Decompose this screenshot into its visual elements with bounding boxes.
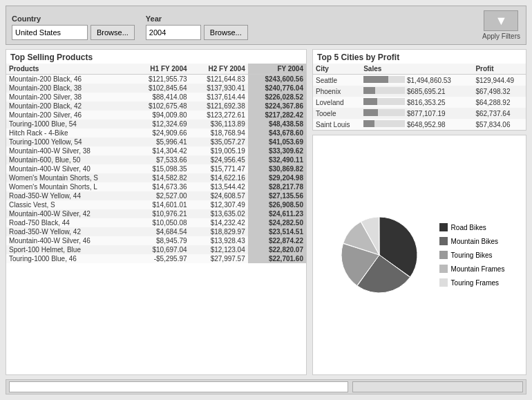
city-sales: $685,695.21 [361,86,473,97]
list-item: Seattle $1,494,860.53 $129,944.49 [313,75,526,86]
pie-legend: Road Bikes Mountain Bikes Touring Bikes … [439,223,505,287]
pie-chart-wrapper: Road Bikes Mountain Bikes Touring Bikes … [334,210,505,300]
h2-value: $12,307.49 [190,200,248,209]
table-row: Touring-1000 Yellow, 54 $5,996.41 $35,05… [6,137,306,146]
table-row: Mountain-200 Black, 38 $102,845.64 $137,… [6,84,306,93]
h1-value: $14,582.82 [131,173,189,182]
sales-bar-container [363,109,405,116]
content-area: Top Selling Products Products H1 FY 2004… [6,49,526,375]
product-name: Mountain-400-W Silver, 46 [6,236,131,245]
h1-value: $10,697.04 [131,245,189,254]
fy2004-value: $240,776.04 [248,84,306,93]
legend-item-2: Touring Bikes [439,251,505,259]
legend-color-2 [439,251,448,259]
legend-label-2: Touring Bikes [451,251,493,259]
table-row: Sport-100 Helmet, Blue $10,697.04 $12,12… [6,245,306,254]
legend-color-0 [439,223,448,231]
h2-value: $27,997.57 [190,254,248,263]
product-name: Classic Vest, S [6,200,131,209]
product-name: Road-350-W Yellow, 42 [6,227,131,236]
product-name: Mountain-400-W Silver, 38 [6,146,131,155]
country-input[interactable] [12,25,88,40]
fy2004-value: $48,438.58 [248,120,306,128]
city-name: Saint Louis [313,119,361,130]
filter-bar: Country Browse... Year Browse... ▼ Apply… [6,6,526,45]
cities-panel: Top 5 Cities by Profit City Sales Profit… [312,49,526,131]
legend-label-3: Mountain Frames [451,265,505,273]
product-name: Women's Mountain Shorts, L [6,182,131,191]
legend-item-1: Mountain Bikes [439,237,505,245]
table-row: Road-350-W Yellow, 42 $4,684.54 $18,829.… [6,227,306,236]
legend-label-4: Touring Frames [451,279,499,287]
h1-value: -$5,295.97 [131,254,189,263]
product-name: Road-750 Black, 44 [6,218,131,227]
table-row: Mountain-200 Black, 42 $102,675.48 $121,… [6,102,306,111]
h2-value: $123,272.61 [190,111,248,120]
legend-color-4 [439,278,448,287]
legend-color-3 [439,265,448,273]
city-profit: $129,944.49 [473,75,526,86]
legend-item-3: Mountain Frames [439,265,505,273]
country-label: Country [12,15,135,23]
h2-value: $13,928.43 [190,236,248,245]
legend-label-0: Road Bikes [451,224,486,231]
fy2004-value: $243,600.56 [248,75,306,84]
year-browse-button[interactable]: Browse... [204,25,248,40]
table-row: Classic Vest, S $14,601.01 $12,307.49 $2… [6,200,306,209]
country-browse-button[interactable]: Browse... [91,25,135,40]
h2-value: $137,930.41 [190,84,248,93]
apply-filters-button[interactable]: ▼ Apply Filters [482,10,520,40]
product-name: Mountain-600, Blue, 50 [6,155,131,164]
fy2004-value: $43,678.60 [248,128,306,137]
fy2004-value: $28,217.78 [248,182,306,191]
sales-bar-container [363,98,405,105]
h1-value: $4,684.54 [131,227,189,236]
h1-value: $14,673.36 [131,182,189,191]
h1-value: $10,050.08 [131,218,189,227]
sales-bar [363,87,375,94]
year-input[interactable] [146,25,201,40]
fy2004-value: $22,820.07 [248,245,306,254]
legend-item-0: Road Bikes [439,223,505,231]
h1-value: $14,601.01 [131,200,189,209]
sales-bar-container [363,87,405,94]
h2-value: $18,768.94 [190,128,248,137]
h2-value: $24,956.45 [190,155,248,164]
top-selling-panel: Top Selling Products Products H1 FY 2004… [6,49,307,375]
table-row: Mountain-400-W Silver, 46 $8,945.79 $13,… [6,236,306,245]
fy2004-value: $27,135.56 [248,191,306,200]
h2-value: $19,005.19 [190,146,248,155]
h2-value: $14,232.42 [190,218,248,227]
top-selling-title: Top Selling Products [6,50,306,64]
country-filter-group: Country Browse... [12,15,135,40]
col-sales: Sales [361,64,473,75]
h1-value: $24,909.66 [131,128,189,137]
col-h1: H1 FY 2004 [131,64,189,75]
table-header-row: Products H1 FY 2004 H2 FY 2004 FY 2004 [6,64,306,75]
top-selling-table-container[interactable]: Products H1 FY 2004 H2 FY 2004 FY 2004 M… [6,64,306,374]
h1-value: $102,845.64 [131,84,189,93]
fy2004-value: $33,309.62 [248,146,306,155]
h1-value: $5,996.41 [131,137,189,146]
h1-value: $10,976.21 [131,209,189,218]
h1-value: $88,414.08 [131,93,189,102]
table-row: Mountain-200 Silver, 38 $88,414.08 $137,… [6,93,306,102]
h1-value: $15,098.35 [131,164,189,173]
col-products: Products [6,64,131,75]
h1-value: $121,955.73 [131,75,189,84]
pie-chart-svg [334,210,431,300]
apply-filters-label: Apply Filters [482,32,520,40]
product-name: Touring-1000 Yellow, 54 [6,137,131,146]
city-sales: $816,353.25 [361,97,473,108]
sales-bar [363,76,388,83]
legend-label-1: Mountain Bikes [451,238,498,245]
fy2004-value: $22,874.22 [248,236,306,245]
col-h2: H2 FY 2004 [190,64,248,75]
fy2004-value: $217,282.42 [248,111,306,120]
bottom-bar [6,379,526,394]
product-name: Mountain-200 Black, 38 [6,84,131,93]
fy2004-value: $32,490.11 [248,155,306,164]
table-row: Mountain-200 Silver, 46 $94,009.80 $123,… [6,111,306,120]
product-name: Mountain-200 Silver, 38 [6,93,131,102]
bottom-bar-right [352,381,523,392]
